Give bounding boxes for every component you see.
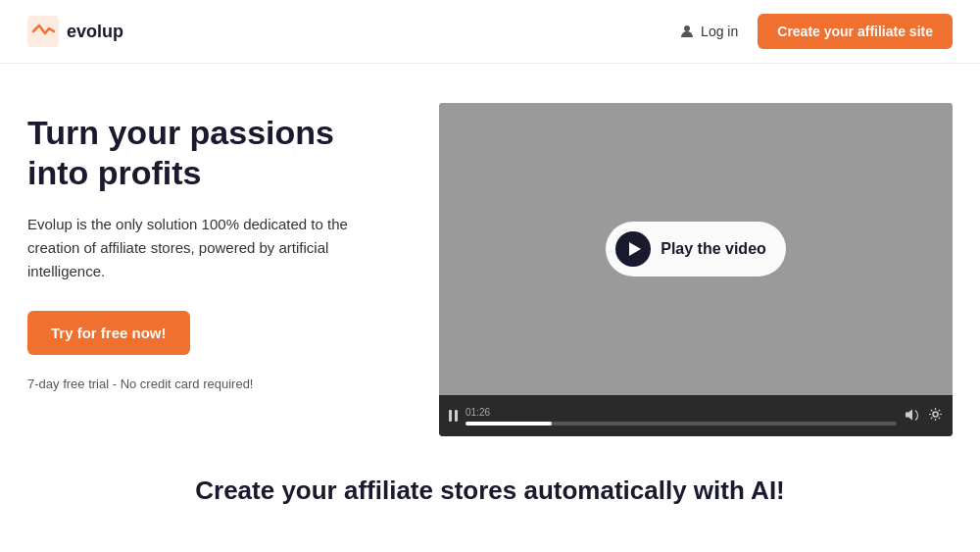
volume-icon[interactable] — [905, 408, 920, 425]
hero-left: Turn your passions into profits Evolup i… — [27, 103, 400, 391]
user-icon — [679, 24, 695, 39]
video-placeholder: Play the video — [439, 103, 953, 395]
video-container: Play the video 01:26 — [439, 103, 953, 436]
create-affiliate-site-button[interactable]: Create your affiliate site — [758, 14, 953, 49]
settings-icon[interactable] — [928, 407, 943, 425]
svg-point-1 — [684, 25, 690, 31]
pause-icon — [449, 410, 458, 422]
trial-note: 7-day free trial - No credit card requir… — [27, 376, 400, 391]
play-triangle-icon — [629, 242, 641, 256]
logo-text: evolup — [67, 22, 123, 42]
main-content: Turn your passions into profits Evolup i… — [0, 64, 980, 456]
time-label: 01:26 — [466, 407, 897, 418]
play-label: Play the video — [661, 240, 766, 258]
login-link[interactable]: Log in — [679, 24, 738, 39]
play-button[interactable]: Play the video — [606, 222, 786, 276]
hero-description: Evolup is the only solution 100% dedicat… — [27, 213, 400, 283]
pause-button[interactable] — [449, 410, 458, 422]
header-right: Log in Create your affiliate site — [679, 14, 953, 49]
progress-bar-fill — [466, 422, 552, 426]
try-free-button[interactable]: Try for free now! — [27, 311, 190, 355]
progress-bar-track[interactable] — [466, 422, 897, 426]
play-circle-icon — [615, 231, 651, 267]
hero-description-text: Evolup is the only solution 100% dedicat… — [27, 216, 348, 279]
hero-title: Turn your passions into profits — [27, 113, 400, 193]
bottom-section: Create your affiliate stores automatical… — [0, 456, 980, 516]
progress-area: 01:26 — [466, 407, 897, 426]
logo-area[interactable]: evolup — [27, 16, 123, 47]
video-controls: 01:26 — [439, 395, 953, 436]
logo-icon — [27, 16, 59, 47]
svg-point-2 — [933, 412, 938, 417]
bottom-title: Create your affiliate stores automatical… — [27, 476, 953, 506]
login-label: Log in — [701, 24, 738, 39]
